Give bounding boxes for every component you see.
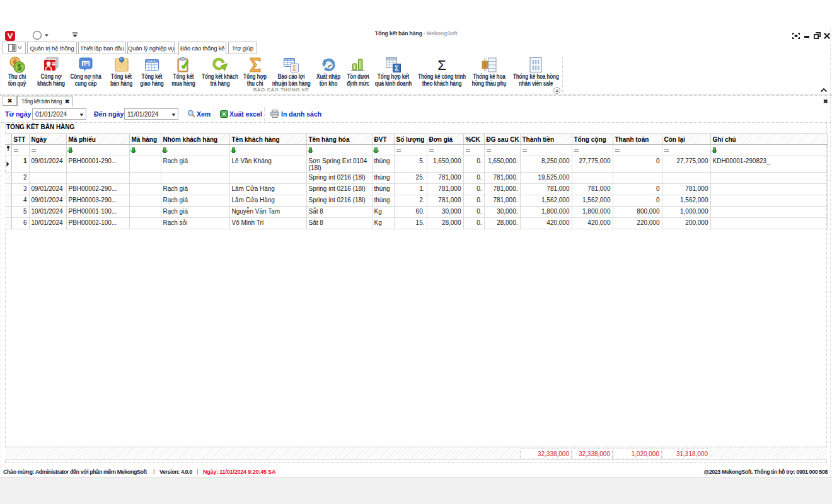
svg-text:$: $ xyxy=(17,63,21,72)
svg-text:Σ: Σ xyxy=(292,65,296,72)
svg-text:Σ: Σ xyxy=(437,57,446,73)
svg-text:Σ: Σ xyxy=(395,64,398,72)
